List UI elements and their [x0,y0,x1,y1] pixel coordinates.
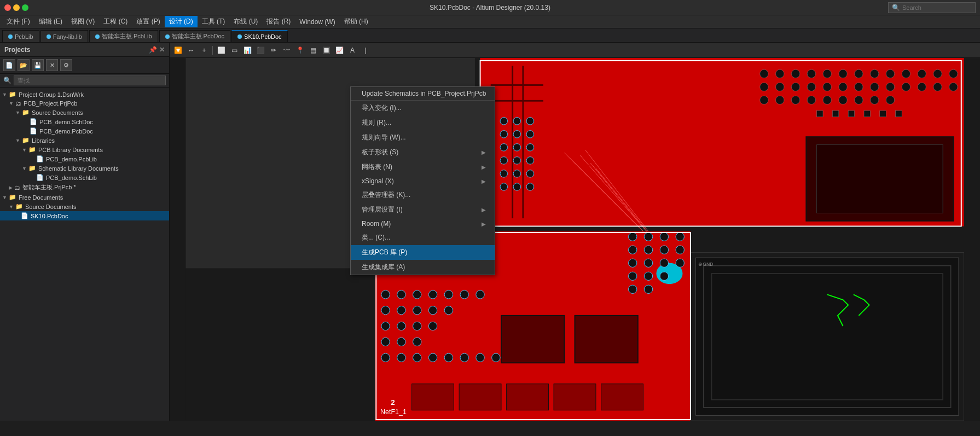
window-title: SK10.PcbDoc - Altium Designer (20.0.13) [430,4,550,11]
menu-project[interactable]: 工程 (C) [99,16,132,27]
menu-classes[interactable]: 类... (C)... [351,230,495,245]
menu-file[interactable]: 文件 (F) [2,16,34,27]
svg-rect-132 [459,384,501,410]
graph-button[interactable]: 📈 [333,44,345,56]
svg-point-34 [760,96,768,104]
save-project-button[interactable]: 💾 [32,59,44,71]
svg-point-23 [791,83,799,91]
tree-free-source-docs[interactable]: ▼ 📁 Source Documents [0,202,169,211]
menu-netlist[interactable]: 网络表 (N) ▶ [351,160,495,175]
svg-point-48 [500,131,507,138]
tree-pcb-demo-sch[interactable]: ▶ 📄 PCB_demo.SchDoc [0,117,169,126]
tree-pcb-demo-lib[interactable]: ▶ 📄 PCB_demo.PcbLib [0,154,169,164]
svg-point-103 [413,353,421,362]
tree-pcb-lib-docs[interactable]: ▼ 📁 PCB Library Documents [0,145,169,154]
tree-libraries[interactable]: ▼ 📁 Libraries [0,136,169,145]
svg-point-56 [500,157,507,164]
filter-button[interactable]: 🔽 [172,44,184,56]
pin-btn[interactable]: 📍 [294,44,306,56]
design-menu-panel: Update Schematics in PCB_Project.PrjPcb … [350,86,495,275]
svg-point-87 [460,290,468,299]
tree-free-docs[interactable]: ▼ 📁 Free Documents [0,193,169,202]
close-panel-icon[interactable]: ✕ [159,46,165,54]
menu-make-pcb-lib[interactable]: 生成PCB 库 (P) [351,245,495,260]
pcb-canvas[interactable]: ⊕GND [170,58,980,421]
tree-pcb-demo-schlib[interactable]: ▶ 📄 PCB_demo.SchLib [0,173,169,182]
menu-rules-wizard[interactable]: 规则向导 (W)... [351,130,495,145]
tree-pcb-demo-pcb[interactable]: ▶ 📄 PCB_demo.PcbDoc [0,126,169,136]
menu-manage-layers[interactable]: 管理层设置 (I) ▶ [351,202,495,217]
menu-update-schematics[interactable]: Update Schematics in PCB_Project.PrjPcb [351,87,495,100]
svg-point-123 [629,272,637,280]
tab-sk10-pcbdoc[interactable]: SK10.PcbDoc [231,30,287,42]
svg-point-45 [513,118,520,125]
text-button[interactable]: A [346,44,358,56]
route-button[interactable]: ↔ [185,44,197,56]
svg-point-113 [660,232,668,241]
svg-point-83 [397,290,405,299]
tab-smart-pcblib[interactable]: 智能车主板.PcbLib [89,30,158,42]
menu-rules[interactable]: 规则 (R)... [351,115,495,130]
open-project-button[interactable]: 📂 [18,59,30,71]
menu-room[interactable]: Room (M) ▶ [351,217,495,230]
chart-button[interactable]: 📊 [241,44,253,56]
titlebar: SK10.PcbDoc - Altium Designer (20.0.13) … [0,0,980,15]
menu-edit[interactable]: 编辑 (E) [34,16,67,27]
tree-project-group[interactable]: ▼ 📁 Project Group 1.DsnWrk [0,90,169,99]
menu-place[interactable]: 放置 (P) [132,16,164,27]
svg-point-100 [413,338,421,346]
sch-icon: 📄 [30,118,37,125]
project-group-icon: 📁 [9,91,16,98]
tree-pcb-project[interactable]: ▼ 🗂 PCB_Project.PrjPcb [0,99,169,108]
manage-layers-arrow: ▶ [482,207,486,213]
svg-point-86 [444,290,453,299]
tab-smart-pcbdoc[interactable]: 智能车主板.PcbDoc [159,30,231,42]
svg-point-84 [413,290,421,299]
tab-pcblib[interactable]: PcbLib [2,30,39,42]
wave-button[interactable]: 〰 [281,44,293,56]
menu-window[interactable]: Window (W) [295,17,339,27]
rect-button[interactable]: ▭ [228,44,240,56]
tree-sch-lib-docs[interactable]: ▼ 📁 Schematic Library Documents [0,164,169,173]
svg-point-94 [381,322,390,330]
svg-point-33 [949,83,958,91]
svg-point-125 [660,272,668,280]
hide-button[interactable]: 🔲 [320,44,332,56]
new-project-button[interactable]: 📄 [3,59,15,71]
shape-button[interactable]: ⬛ [254,44,266,56]
tree-source-docs-1[interactable]: ▼ 📁 Source Documents [0,108,169,117]
svg-rect-145 [896,111,902,117]
svg-rect-139 [817,145,943,213]
close-project-button[interactable]: ✕ [46,59,58,71]
menu-board-shape[interactable]: 板子形状 (S) ▶ [351,145,495,160]
tree-smart-car-project[interactable]: ▶ 🗂 智能车主板.PrjPcb * [0,182,169,193]
global-search-input[interactable] [902,4,973,11]
menu-view[interactable]: 视图 (V) [67,16,99,27]
menu-design[interactable]: 设计 (D) [165,16,198,27]
folder-icon: 📁 [22,109,30,116]
pin-icon[interactable]: 📌 [149,46,157,54]
tree-sk10-pcbdoc[interactable]: ▶ 📄 SK10.PcbDoc [0,211,169,220]
add-button[interactable]: + [198,44,210,56]
menu-help[interactable]: 帮助 (H) [340,16,373,27]
menu-import-changes[interactable]: 导入变化 (I)... [351,100,495,115]
global-search-box[interactable]: 🔍 [888,2,976,13]
menu-report[interactable]: 报告 (R) [262,16,295,27]
projects-search-input[interactable] [14,75,166,85]
select-button[interactable]: ⬜ [215,44,227,56]
menu-xsignal[interactable]: xSignal (X) ▶ [351,175,495,188]
tab-fanylib[interactable]: Fany-lib.lib [40,30,88,42]
menu-layer-stack[interactable]: 层叠管理器 (K)... [351,188,495,202]
extra-button[interactable]: | [359,44,372,56]
menu-route[interactable]: 布线 (U) [229,16,262,27]
svg-point-62 [526,170,534,177]
svg-point-30 [902,83,910,91]
svg-rect-77 [696,258,959,415]
svg-point-104 [428,353,437,362]
layer-button[interactable]: ▤ [307,44,319,56]
menu-tools[interactable]: 工具 (T) [198,16,230,27]
svg-point-19 [933,69,942,78]
settings-button[interactable]: ⚙ [60,59,72,71]
edit-button[interactable]: ✏ [268,44,280,56]
menu-make-integrated-lib[interactable]: 生成集成库 (A) [351,260,495,275]
